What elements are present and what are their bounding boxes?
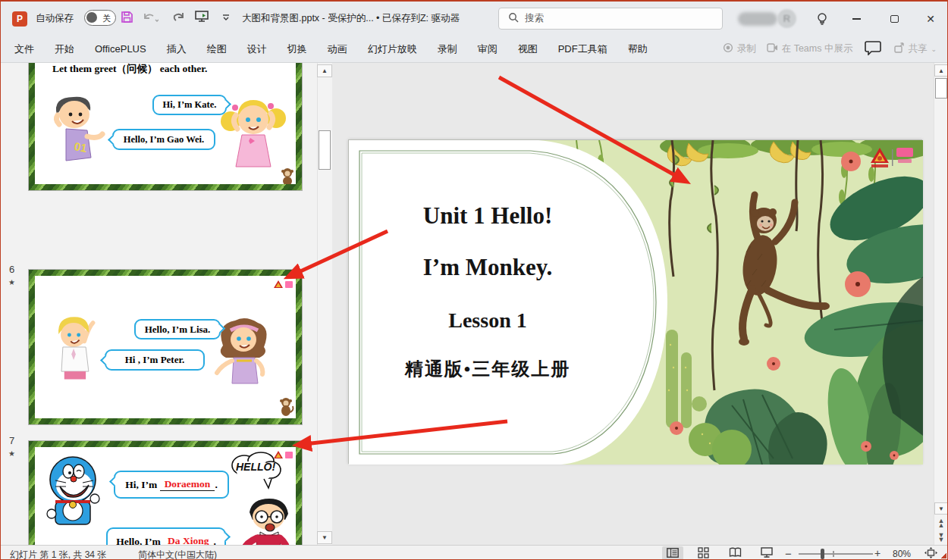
present-in-teams-button[interactable]: 在 Teams 中展示 xyxy=(767,42,853,55)
undo-icon xyxy=(142,10,159,27)
reading-view-icon xyxy=(729,547,742,560)
zoom-level[interactable]: 80% xyxy=(893,549,911,559)
start-slideshow-button[interactable] xyxy=(192,9,212,27)
tab-draw[interactable]: 绘图 xyxy=(207,42,227,56)
zoom-slider-thumb[interactable] xyxy=(821,549,824,559)
language-indicator[interactable]: 简体中文(中国大陆) xyxy=(138,549,217,560)
share-chevron-icon: ⌄ xyxy=(931,45,937,53)
user-name-redacted xyxy=(738,12,777,26)
tab-file[interactable]: 文件 xyxy=(14,42,34,56)
slide-title-line1: Unit 1 Hello! xyxy=(366,202,609,230)
tab-transitions[interactable]: 切换 xyxy=(287,42,307,56)
zoom-out-button[interactable]: − xyxy=(785,547,792,560)
comments-button[interactable] xyxy=(863,40,883,58)
thumbnail-scroll-up-button[interactable]: ▲ xyxy=(317,64,332,77)
tab-officeplus[interactable]: OfficePLUS xyxy=(95,43,146,55)
tab-home[interactable]: 开始 xyxy=(55,42,74,56)
undo-button[interactable] xyxy=(140,9,160,27)
zoom-slider-track[interactable] xyxy=(799,553,873,555)
peter-character xyxy=(49,311,100,386)
tab-help[interactable]: 帮助 xyxy=(628,42,648,56)
save-button[interactable] xyxy=(117,9,137,27)
slide6-animation-star-icon: ★ xyxy=(8,278,15,286)
doraemon-character xyxy=(45,455,104,533)
normal-view-button[interactable] xyxy=(662,546,683,560)
slide-title-line4: 精通版•三年级上册 xyxy=(366,357,609,381)
slide-title-line3: Lesson 1 xyxy=(366,308,609,333)
fit-to-window-icon xyxy=(924,547,937,560)
statusbar: 幻灯片 第 1 张, 共 34 张 简体中文(中国大陆) − + 80% xyxy=(1,545,948,560)
workspace: Let them greet（问候） each other. 01 xyxy=(1,63,948,546)
previous-slide-button[interactable]: ▲▲ xyxy=(936,518,946,527)
share-button[interactable]: 共享 ⌄ xyxy=(893,42,937,55)
autosave-label: 自动保存 xyxy=(36,12,74,25)
tab-animations[interactable]: 动画 xyxy=(328,42,347,56)
tab-design[interactable]: 设计 xyxy=(247,42,267,56)
autosave-state: 关 xyxy=(102,13,111,24)
ideas-button[interactable] xyxy=(811,9,833,32)
tab-view[interactable]: 视图 xyxy=(518,42,538,56)
next-slide-button[interactable]: ▼▼ xyxy=(936,533,946,542)
thumbnail-slide-6[interactable]: Hello, I’m Lisa. Hi , I’m Peter. xyxy=(28,269,303,425)
tab-pdf-tools[interactable]: PDF工具箱 xyxy=(558,42,607,56)
slide5-caption: Let them greet（问候） each other. xyxy=(52,63,207,76)
search-icon xyxy=(508,12,519,25)
redo-button[interactable] xyxy=(169,9,189,27)
redo-icon xyxy=(172,10,186,27)
record-button[interactable]: 录制 xyxy=(723,42,756,55)
lisa-character xyxy=(214,314,273,389)
autosave-toggle[interactable]: 关 xyxy=(84,10,116,26)
tab-insert[interactable]: 插入 xyxy=(167,42,187,56)
canvas-scroll-up-button[interactable]: ▲ xyxy=(934,64,948,77)
thumbnail-scroll-down-button[interactable]: ▼ xyxy=(317,531,332,544)
jungle-background-art xyxy=(349,140,923,465)
svg-text:01: 01 xyxy=(73,139,87,155)
resize-grip[interactable] xyxy=(940,552,946,558)
thumbnail-scrollbar-thumb[interactable] xyxy=(319,130,331,170)
search-input[interactable]: 搜索 xyxy=(498,8,723,30)
canvas-scroll-down-button[interactable]: ▼ xyxy=(934,502,948,515)
search-placeholder: 搜索 xyxy=(525,12,544,25)
current-slide[interactable]: Unit 1 Hello! I’m Monkey. Lesson 1 精通版•三… xyxy=(348,139,922,464)
close-icon: ✕ xyxy=(926,13,935,25)
share-icon xyxy=(893,42,904,55)
slide-sorter-view-button[interactable] xyxy=(692,546,714,560)
chevron-down-icon xyxy=(221,11,231,25)
maximize-button[interactable] xyxy=(883,8,906,30)
ribbon-tabs: 文件 开始 OfficePLUS 插入 绘图 设计 切换 动画 幻灯片放映 录制… xyxy=(14,36,648,62)
slide6-number: 6 xyxy=(9,264,14,275)
minimize-button[interactable] xyxy=(845,8,868,30)
small-monkey-icon xyxy=(276,397,296,418)
speech-bubble-peter: Hi , I’m Peter. xyxy=(105,349,205,371)
thumbnail-slide-7[interactable]: HELLO! Hi, I’m Doraemon. xyxy=(28,440,303,560)
speech-bubble-gaowei: Hello, I’m Gao Wei. xyxy=(112,129,215,150)
fit-slide-to-window-button[interactable] xyxy=(920,546,941,560)
titlebar: P 自动保存 关 xyxy=(1,2,947,36)
tab-review[interactable]: 审阅 xyxy=(478,42,498,56)
tab-record[interactable]: 录制 xyxy=(438,42,457,56)
speech-bubble-doraemon: Hi, I’m Doraemon. xyxy=(114,471,229,499)
powerpoint-app-icon[interactable]: P xyxy=(12,11,27,27)
zoom-in-button[interactable]: + xyxy=(874,547,881,559)
reading-view-button[interactable] xyxy=(724,546,746,560)
slide7-animation-star-icon: ★ xyxy=(8,449,15,458)
close-button[interactable]: ✕ xyxy=(919,8,942,30)
speech-bubble-lisa: Hello, I’m Lisa. xyxy=(134,319,221,339)
slide7-number: 7 xyxy=(9,435,14,446)
thumbnail-slide-5-viewport: Let them greet（问候） each other. 01 xyxy=(1,63,304,191)
powerpoint-window: P 自动保存 关 xyxy=(0,0,948,560)
canvas-scrollbar[interactable] xyxy=(934,63,948,546)
slideshow-view-button[interactable] xyxy=(756,546,777,560)
minimize-icon xyxy=(852,18,861,20)
customize-qat-button[interactable] xyxy=(216,9,236,27)
slide6-logo xyxy=(273,280,294,293)
record-icon xyxy=(723,42,733,55)
avatar[interactable]: R xyxy=(777,9,796,28)
maximize-icon xyxy=(890,15,899,23)
lightbulb-icon xyxy=(816,12,828,29)
gao-wei-character: 01 xyxy=(45,92,105,171)
tab-slideshow[interactable]: 幻灯片放映 xyxy=(368,42,417,56)
thumbnail-slide-5[interactable]: Let them greet（问候） each other. 01 xyxy=(28,63,303,191)
document-title: 大图和背景图.pptx - 受保护的... • 已保存到Z: 驱动器 xyxy=(242,12,460,25)
canvas-scrollbar-thumb[interactable] xyxy=(935,78,947,99)
